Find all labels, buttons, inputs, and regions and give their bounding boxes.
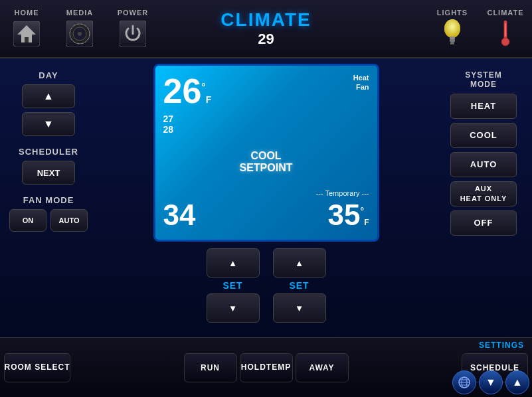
- nav-lights[interactable]: LIGHTS: [426, 0, 479, 58]
- auto-mode-button[interactable]: AUTO: [450, 152, 517, 177]
- next-button[interactable]: NEXT: [22, 161, 75, 185]
- setpoint-1: 27: [163, 114, 212, 124]
- bottom-bar: SETTINGS ROOM SELECT RUN HOLD TEMP AWAY …: [0, 337, 532, 397]
- up-arrow-icon: [43, 90, 54, 102]
- down-arrow-icon: [43, 118, 54, 130]
- center-panel: 26°F 27 28 Heat Fan COOL SETPOINT: [97, 64, 435, 332]
- set-left-label: SET: [222, 280, 242, 291]
- temp-right: 35°F: [328, 198, 369, 232]
- temp-left: 34: [163, 198, 196, 232]
- set-right-up-icon: ▲: [295, 258, 304, 268]
- page-title-area: CLIMATE 29: [221, 9, 311, 48]
- set-right-down-icon: ▼: [295, 303, 304, 313]
- climate-icon: [491, 19, 520, 48]
- set-right-up-button[interactable]: ▲: [273, 248, 326, 278]
- nav-power[interactable]: POWER: [106, 0, 159, 58]
- svg-point-11: [444, 19, 460, 38]
- cool-setpoint-label: COOL SETPOINT: [239, 150, 292, 174]
- set-right-label: SET: [289, 280, 309, 291]
- fan-label: Fan: [356, 83, 369, 91]
- room-select-button[interactable]: ROOM SELECT: [4, 353, 70, 382]
- set-left-down-icon: ▼: [228, 303, 237, 313]
- lights-icon: [438, 19, 467, 48]
- bottom-icon-buttons: ▼ ▲: [452, 370, 529, 394]
- thermostat-upper: 26°F 27 28 Heat Fan: [163, 74, 369, 135]
- fan-auto-button[interactable]: AUTO: [50, 209, 88, 232]
- chevron-down-icon: ▼: [486, 376, 496, 388]
- system-mode-label: SYSTEM MODE: [465, 70, 501, 90]
- controls-row: ▲ SET ▼ ▲ SET ▼: [207, 248, 326, 323]
- day-up-button[interactable]: [22, 84, 75, 108]
- svg-point-7: [78, 32, 82, 36]
- fan-mode-buttons: ON AUTO: [9, 209, 88, 232]
- thermostat-middle: COOL SETPOINT: [163, 135, 369, 189]
- left-panel: DAY SCHEDULER NEXT FAN MODE ON AUTO: [5, 64, 92, 332]
- left-set-control: ▲ SET ▼: [207, 248, 260, 323]
- right-set-control: ▲ SET ▼: [273, 248, 326, 323]
- cool-mode-button[interactable]: COOL: [450, 123, 517, 148]
- thermostat-display: 26°F 27 28 Heat Fan COOL SETPOINT: [153, 64, 379, 242]
- settings-row: SETTINGS: [0, 338, 532, 351]
- chevron-up-button[interactable]: ▲: [505, 370, 529, 394]
- svg-rect-13: [450, 39, 455, 42]
- media-icon: [65, 19, 94, 48]
- temporary-label: --- Temporary ---: [316, 189, 369, 197]
- svg-rect-14: [450, 42, 454, 44]
- set-left-up-button[interactable]: ▲: [207, 248, 260, 278]
- power-icon: [118, 19, 147, 48]
- main-content: DAY SCHEDULER NEXT FAN MODE ON AUTO 26°F: [0, 58, 532, 337]
- off-mode-button[interactable]: OFF: [450, 210, 517, 236]
- nav-climate[interactable]: CLIMATE: [479, 0, 532, 58]
- set-right-down-button[interactable]: ▼: [273, 293, 326, 323]
- thermostat-lower: 34 --- Temporary --- 35°F: [163, 189, 369, 232]
- run-button[interactable]: RUN: [184, 353, 237, 382]
- right-panel: SYSTEM MODE HEAT COOL AUTO AUX HEAT ONLY…: [440, 64, 527, 332]
- current-temperature: 26°F: [163, 72, 212, 110]
- hold-temp-button[interactable]: HOLD TEMP: [240, 353, 293, 382]
- nav-home[interactable]: HOME: [0, 0, 53, 58]
- setpoints-area: 27 28: [163, 114, 212, 135]
- globe-button[interactable]: [452, 370, 476, 394]
- lights-nav-label: LIGHTS: [437, 9, 468, 17]
- home-icon: [12, 19, 41, 48]
- heat-label: Heat: [353, 74, 369, 82]
- top-navigation-bar: HOME MEDIA: [0, 0, 532, 58]
- heat-mode-button[interactable]: HEAT: [450, 94, 517, 119]
- page-title: CLIMATE: [221, 9, 311, 31]
- outside-temperature: 29: [258, 31, 274, 48]
- media-nav-label: MEDIA: [66, 9, 93, 17]
- fan-on-button[interactable]: ON: [9, 209, 46, 232]
- svg-rect-3: [25, 37, 29, 42]
- power-nav-label: POWER: [118, 9, 149, 17]
- day-label: DAY: [39, 70, 58, 80]
- aux-heat-only-button[interactable]: AUX HEAT ONLY: [450, 181, 517, 206]
- set-left-down-button[interactable]: ▼: [207, 293, 260, 323]
- set-left-up-icon: ▲: [228, 258, 237, 268]
- settings-label: SETTINGS: [479, 341, 524, 350]
- setpoint-2: 28: [163, 124, 212, 135]
- svg-rect-12: [450, 37, 455, 39]
- scheduler-label: SCHEDULER: [19, 147, 78, 157]
- day-down-button[interactable]: [22, 112, 75, 136]
- nav-media[interactable]: MEDIA: [53, 0, 106, 58]
- chevron-up-icon: ▲: [512, 376, 523, 388]
- home-nav-label: HOME: [15, 9, 39, 17]
- svg-rect-18: [505, 23, 506, 37]
- svg-point-17: [501, 38, 509, 46]
- away-button[interactable]: AWAY: [296, 353, 349, 382]
- climate-nav-label: CLIMATE: [487, 9, 523, 17]
- thermostat-right-labels: Heat Fan: [353, 74, 369, 135]
- top-bar-right: LIGHTS CLIMATE: [426, 0, 532, 58]
- chevron-down-button[interactable]: ▼: [479, 370, 503, 394]
- fan-mode-label: FAN MODE: [23, 195, 74, 205]
